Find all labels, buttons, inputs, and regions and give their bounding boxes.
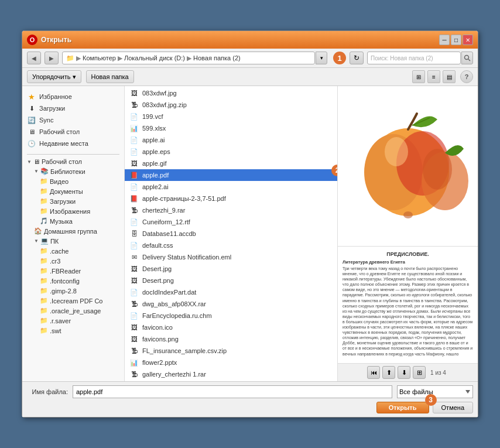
file-icon-desertjpg: 🖼 [129,264,139,273]
open-button[interactable]: Открыть 3 [376,402,429,413]
tree-gimp-icon: 📁 [40,287,48,295]
search-button[interactable] [461,52,473,64]
file-item-defaultcss[interactable]: 📄 default.css [125,240,337,251]
tree-item-gimp[interactable]: 📁 .gimp-2.8 [22,286,124,296]
file-item-appleai[interactable]: 📄 apple.ai [125,134,337,146]
tree-fbreader-label: .FBReader [50,268,81,275]
preview-prev-button[interactable]: ⬆ [382,366,395,379]
downloads-icon: ⬇ [27,104,36,113]
tree-item-libraries[interactable]: ▼ 📚 Библиотеки [22,166,124,176]
tree-music-icon: 🎵 [40,217,48,225]
file-item-chertezhi9rar[interactable]: 🗜 chertezhi_9.rar [125,204,337,216]
tree-images-label: Изображения [50,208,90,215]
address-dropdown-button[interactable]: ▾ [316,52,327,64]
recent-icon: 🕒 [27,139,36,148]
breadcrumb-part1[interactable]: Компьютер [83,54,116,61]
file-item-faviconspng[interactable]: 🖼 favicons.png [125,333,337,345]
tree-item-cache[interactable]: 📁 .cache [22,246,124,256]
search-box[interactable]: Поиск: Новая папка (2) [367,52,461,64]
view-details-button[interactable]: ▤ [443,70,456,83]
file-item-flinsurance[interactable]: 🗜 FL_insurance_sample.csv.zip [125,345,337,357]
breadcrumb-part2[interactable]: Локальный диск (D:) [124,54,185,61]
view-list-button[interactable]: ≡ [427,70,440,83]
desktop-fav-icon: 🖥 [27,127,36,136]
tree-item-docs[interactable]: 📁 Документы [22,186,124,196]
sidebar-item-sync[interactable]: 🔄 Sync [22,114,124,126]
file-item-199vcf[interactable]: 📄 199.vcf [125,111,337,122]
tree-item-homegroup[interactable]: 🏠 Домашняя группа [22,226,124,236]
tree-item-cr3[interactable]: 📁 .cr3 [22,256,124,266]
new-folder-button[interactable]: Новая папка [86,70,134,83]
file-name-cuneiformrtf: Cuneiform_12.rtf [142,218,190,225]
tree-item-music[interactable]: 🎵 Музыка [22,216,124,226]
help-button[interactable]: ? [460,70,473,83]
preview-view-button[interactable]: ⊞ [413,366,426,379]
file-item-083zip[interactable]: 🗜 083xdwf.jpg.zip [125,99,337,111]
tree-cache-icon: 📁 [40,247,48,255]
preview-next-button[interactable]: ⬇ [398,366,410,379]
tree-item-icecream[interactable]: 📁 .Icecream PDF Co [22,296,124,306]
tree-item-rsaver[interactable]: 📁 .r.saver [22,316,124,326]
organize-button[interactable]: Упорядочить ▾ [27,70,81,83]
file-name-199vcf: 199.vcf [142,113,163,120]
minimize-button[interactable]: ─ [439,35,450,45]
tree-item-images[interactable]: 📁 Изображения [22,206,124,216]
file-item-database11[interactable]: 🗄 Database11.accdb [125,228,337,240]
file-item-applepdf[interactable]: 📕 apple.pdf 2 [125,169,337,181]
file-item-docidindexpart[interactable]: 📄 docIdIndexPart.dat [125,286,337,298]
file-item-dwgabsafp[interactable]: 🗜 dwg_abs_afp08XX.rar [125,298,337,310]
expand-libraries-icon: ▼ [34,169,39,174]
file-icon-dwgabsafp: 🗜 [129,299,139,309]
refresh-button[interactable]: ↻ [350,52,364,64]
back-button[interactable]: ◀ [27,52,41,64]
tree-item-fontconfig[interactable]: 📁 .fontconfig [22,276,124,286]
file-icon-083jpg: 🖼 [129,88,139,98]
maximize-button[interactable]: □ [451,35,461,45]
file-item-desertjpg[interactable]: 🖼 Desert.jpg [125,263,337,275]
tree-item-oracle[interactable]: 📁 .oracle_jre_usage [22,306,124,316]
tree-item-video[interactable]: 📁 Видео [22,176,124,186]
file-item-applegif[interactable]: 🖼 apple.gif [125,158,337,169]
tree-item-down2[interactable]: 📁 Загрузки [22,196,124,206]
file-item-faviconico[interactable]: 🖼 favicon.ico [125,322,337,333]
svg-line-1 [468,59,470,61]
tree-item-fbreader[interactable]: 📁 .FBReader [22,266,124,276]
close-button[interactable]: ✕ [463,35,473,45]
tree-item-swt[interactable]: 📁 .swt [22,326,124,336]
file-item-appleeps[interactable]: 📄 apple.eps [125,146,337,158]
forward-button[interactable]: ▶ [44,52,59,64]
file-item-applestranitsypdf[interactable]: 📕 apple-страницы-2-3,7-51.pdf [125,193,337,204]
sidebar-item-desktop[interactable]: 🖥 Рабочий стол [22,126,124,138]
file-icon-delivery: ✉ [129,252,139,262]
title-controls: ─ □ ✕ [439,35,473,45]
breadcrumb-part3[interactable]: Новая папка (2) [193,54,241,61]
sidebar-item-favorites-header[interactable]: ★ Избранное [22,91,124,102]
preview-first-button[interactable]: ⏮ [367,366,380,379]
file-item-599xlsx[interactable]: 📊 599.xlsx [125,122,337,134]
tree-libraries-label: Библиотеки [50,168,85,175]
file-item-desertpng[interactable]: 🖼 Desert.png [125,275,337,286]
file-icon-599xlsx: 📊 [129,124,139,133]
sidebar-item-downloads[interactable]: ⬇ Загрузки [22,102,124,114]
file-item-farencyclopedia[interactable]: 📄 FarEncyclopedia.ru.chm [125,310,337,322]
file-item-gallerychertezhi[interactable]: 🗜 gallery_chertezhi 1.rar [125,368,337,380]
favorites-section: ★ Избранное ⬇ Загрузки 🔄 Sync 🖥 Рабочий … [22,91,124,149]
file-item-apple2ai[interactable]: 📄 apple2.ai [125,181,337,193]
address-bar[interactable]: 📁 ▶ Компьютер ▶ Локальный диск (D:) ▶ Но… [62,52,315,64]
tree-music-label: Музыка [50,218,73,225]
tree-item-pc[interactable]: ▼ 💻 ПК [22,236,124,246]
file-item-083jpg[interactable]: 🖼 083xdwf.jpg [125,87,337,99]
sidebar-item-recent[interactable]: 🕒 Недавние места [22,138,124,149]
file-item-flower2pptx[interactable]: 📊 flower2.pptx [125,357,337,368]
file-item-cuneiformrtf[interactable]: 📄 Cuneiform_12.rtf [125,216,337,228]
preview-panel: ПРЕДИСЛОВИЕ. Литература древнего Египта … [337,86,478,381]
cancel-button[interactable]: Отмена [433,402,473,413]
tree-item-desktop[interactable]: ▼ 🖥 Рабочий стол [22,157,124,166]
view-grid-button[interactable]: ⊞ [412,70,425,83]
file-item-delivery[interactable]: ✉ Delivery Status Notification.eml [125,251,337,263]
filename-input[interactable] [73,385,392,398]
file-name-599xlsx: 599.xlsx [142,125,166,132]
file-name-docidindexpart: docIdIndexPart.dat [142,289,196,296]
apple-preview-image [347,105,470,228]
file-name-083jpg: 083xdwf.jpg [142,90,177,97]
